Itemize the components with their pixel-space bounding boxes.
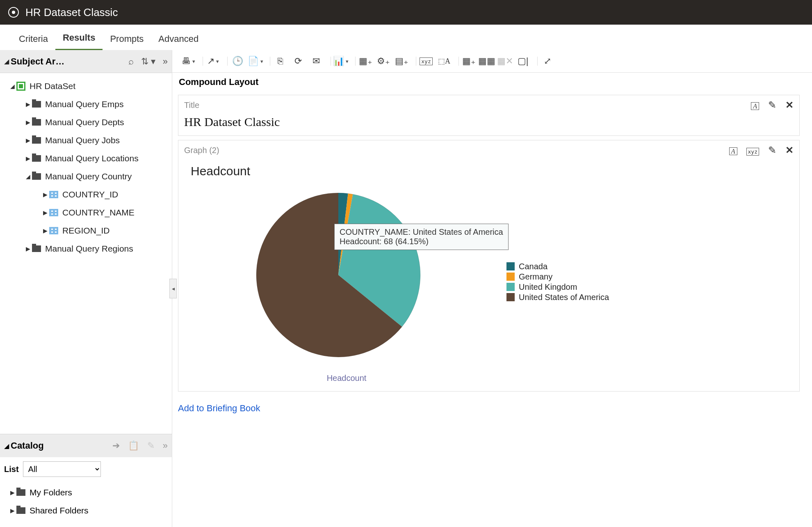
new-view-button[interactable] [335,55,347,67]
print-button[interactable] [182,55,194,67]
remove-view-button[interactable] [785,99,794,111]
catalog-filter-select[interactable]: All [23,461,101,477]
legend-label: United Kingdom [519,282,577,292]
edit-view-button[interactable] [768,99,776,111]
edit-icon[interactable] [147,440,155,451]
tree-folder-expanded[interactable]: ◢ Manual Query Country [2,167,169,186]
legend-swatch [506,273,515,281]
tree-folder[interactable]: ▶ Manual Query Depts [2,113,169,131]
legend-label: United States of America [519,293,609,302]
tree-column[interactable]: ▶ COUNTRY_ID [2,186,169,204]
add-to-button-2[interactable]: ⚙₊ [377,55,390,67]
tree-column-label: REGION_ID [62,226,110,236]
export-button[interactable] [207,55,219,67]
tree-column-label: COUNTRY_ID [62,190,118,199]
copy-button[interactable]: 📄 [249,55,262,67]
catalog-list-label: List [4,465,19,474]
chart-wrap: Headcount Headcount COUNTRY_NAME: United… [178,160,799,391]
format-container-button[interactable]: A [729,144,737,156]
add-to-briefing-book-link[interactable]: Add to Briefing Book [172,396,266,421]
catalog-header: ◢ Catalog 📋 [0,434,172,457]
catalog-title: Catalog [11,440,44,451]
folder-icon [16,489,25,496]
chart-legend: CanadaGermanyUnited KingdomUnited States… [502,181,791,383]
pie-caption: Headcount [327,373,367,383]
performance-button[interactable]: ⤢ [541,55,554,67]
tab-prompts[interactable]: Prompts [103,28,151,50]
refresh-button[interactable] [292,55,304,67]
column-icon [49,191,58,198]
show-xml-button[interactable]: ⎘ [274,55,286,67]
subject-areas-header: ◢ Subject Ar… ▾ [0,50,172,73]
edit-view-button[interactable] [768,144,776,156]
pie-svg[interactable] [240,181,453,369]
legend-label: Germany [519,272,552,282]
tree-column[interactable]: ▶ REGION_ID [2,222,169,240]
tree-folder-label: Manual Query Locations [45,154,139,163]
catalog-panel: ◢ Catalog 📋 List All ▶ My Folders [0,434,172,527]
content-area: 🕒 📄 ⎘ ▦₊ ⚙₊ ▤₊ xyz ⬚A ▦₊ ▦▦ [172,50,812,527]
results-toolbar: 🕒 📄 ⎘ ▦₊ ⚙₊ ▤₊ xyz ⬚A ▦₊ ▦▦ [172,50,812,73]
search-icon[interactable] [128,56,134,67]
folder-icon [32,155,41,162]
folder-icon [16,507,25,514]
tab-advanced[interactable]: Advanced [151,28,206,50]
sort-icon[interactable]: ▾ [141,56,155,67]
layout-add-button[interactable]: ▦₊ [463,55,475,67]
tree-folder[interactable]: ▶ Manual Query Locations [2,149,169,167]
collapse-triangle-icon[interactable]: ◢ [4,57,9,65]
catalog-filter-row: List All [0,457,172,481]
tree-root-label: HR DataSet [30,81,75,91]
splitter-handle[interactable]: ◂ [169,279,177,298]
layout-grid-button[interactable]: ▦▦ [481,55,493,67]
format-a-button[interactable]: ⬚A [438,55,450,67]
sidebar: ◢ Subject Ar… ▾ ◢ HR DataSet ▶ Manual Qu… [0,50,172,527]
legend-item[interactable]: United States of America [506,293,791,302]
subject-areas-tree: ◢ HR DataSet ▶ Manual Query Emps ▶ Manua… [0,73,172,262]
pie-chart[interactable]: Headcount COUNTRY_NAME: United States of… [191,181,502,383]
chart-tooltip: COUNTRY_NAME: United States of America H… [334,224,509,250]
open-icon[interactable] [112,440,120,451]
format-container-button[interactable]: A [751,99,759,111]
tooltip-line-2: Headcount: 68 (64.15%) [340,237,503,246]
folder-icon [32,173,41,180]
add-to-button-3[interactable]: ▤₊ [395,55,408,67]
tree-folder[interactable]: ▶ Manual Query Emps [2,95,169,113]
catalog-folder[interactable]: ▶ Shared Folders [2,502,169,520]
tabs-row: Criteria Results Prompts Advanced [0,25,812,50]
folder-icon [32,101,41,108]
app-title: HR Dataset Classic [25,6,118,19]
tooltip-line-1: COUNTRY_NAME: United States of America [340,227,503,237]
graph-card-header: Graph (2) [184,146,219,155]
legend-item[interactable]: United Kingdom [506,282,791,292]
legend-item[interactable]: Canada [506,262,791,271]
expand-panel-icon[interactable] [163,56,168,67]
add-to-button-1[interactable]: ▦₊ [359,55,372,67]
expand-panel-icon[interactable] [163,440,168,451]
tree-folder-label: Manual Query Regions [45,244,133,254]
catalog-folder[interactable]: ▶ My Folders [2,483,169,502]
legend-swatch [506,262,515,270]
tree-folder[interactable]: ▶ Manual Query Jobs [2,131,169,149]
catalog-tree: ▶ My Folders ▶ Shared Folders [0,481,172,527]
tree-folder-label: Manual Query Country [45,172,132,181]
xyz-button[interactable]: xyz [420,55,432,67]
column-icon [49,209,58,216]
folder-icon [32,137,41,144]
app-header: HR Dataset Classic [0,0,812,25]
schedule-button[interactable]: 🕒 [231,55,244,67]
title-card-header: Title [184,101,199,110]
layout-rename-button[interactable]: ▢| [517,55,529,67]
collapse-triangle-icon[interactable]: ◢ [4,442,9,450]
tab-criteria[interactable]: Criteria [11,28,55,50]
remove-view-button[interactable] [785,144,794,156]
xyz-small-button[interactable]: xyz [746,144,759,156]
mail-button[interactable] [310,55,322,67]
tab-results[interactable]: Results [55,27,103,50]
legend-item[interactable]: Germany [506,272,791,282]
tree-root[interactable]: ◢ HR DataSet [2,77,169,95]
paste-icon[interactable]: 📋 [128,440,139,451]
tree-column[interactable]: ▶ COUNTRY_NAME [2,204,169,222]
tree-folder[interactable]: ▶ Manual Query Regions [2,240,169,258]
column-icon [49,227,58,234]
